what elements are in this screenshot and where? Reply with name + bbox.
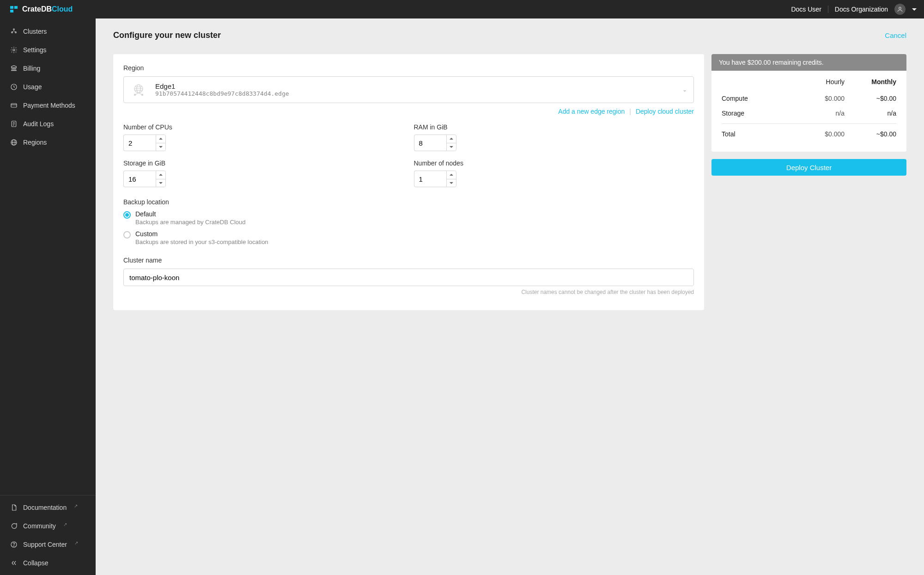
- sidebar-item-label: Documentation: [23, 504, 67, 511]
- nodes-field: Number of nodes: [414, 159, 694, 187]
- credits-banner: You have $200.00 remaining credits.: [711, 54, 906, 71]
- pricing-row-monthly: ~$0.00: [863, 95, 896, 102]
- cpu-input[interactable]: [123, 135, 156, 151]
- svg-line-25: [139, 93, 142, 95]
- cpu-step-up[interactable]: [156, 135, 165, 143]
- sidebar-main: ClustersSettingsBillingUsagePayment Meth…: [0, 18, 96, 495]
- topbar-user[interactable]: Docs User: [791, 6, 821, 13]
- link-sep: |: [629, 108, 631, 115]
- sidebar-item-label: Community: [23, 522, 56, 530]
- sidebar-item-label: Usage: [23, 83, 42, 91]
- sidebar-item-collapse[interactable]: Collapse: [0, 554, 96, 572]
- sidebar-item-audit-logs[interactable]: Audit Logs: [0, 115, 96, 133]
- chevron-up-icon: [450, 174, 453, 176]
- nodes-label: Number of nodes: [414, 159, 694, 167]
- globe-icon: [10, 139, 18, 146]
- region-id: 91b70574412448c8bd9e97c8d83374d4.edge: [155, 90, 289, 97]
- chat-icon: [10, 522, 18, 530]
- sidebar-item-support[interactable]: Support Center↗: [0, 535, 96, 554]
- pricing-card: You have $200.00 remaining credits. Hour…: [711, 54, 906, 152]
- sidebar-item-billing[interactable]: Billing: [0, 59, 96, 78]
- audit-icon: [10, 120, 18, 128]
- nodes-step-down[interactable]: [447, 179, 456, 187]
- logo-mark-icon: [10, 6, 18, 12]
- backup-label: Backup location: [123, 198, 694, 206]
- cluster-name-input[interactable]: [123, 269, 694, 286]
- svg-rect-6: [11, 104, 17, 107]
- nodes-input[interactable]: [414, 171, 446, 187]
- pricing-row-hourly: $0.000: [811, 95, 845, 102]
- svg-point-1: [13, 29, 15, 30]
- chevron-down-icon[interactable]: [912, 8, 917, 11]
- storage-input[interactable]: [123, 171, 156, 187]
- sidebar-item-usage[interactable]: Usage: [0, 78, 96, 96]
- ram-step-down[interactable]: [447, 143, 456, 151]
- config-card: Region: [113, 54, 704, 310]
- user-icon: [897, 6, 903, 12]
- pricing-row-hourly: n/a: [811, 110, 845, 117]
- usage-icon: [10, 83, 18, 91]
- brand-part1: CrateDB: [22, 5, 52, 13]
- billing-icon: [10, 65, 18, 72]
- pricing-row-label: Compute: [722, 95, 811, 102]
- chevron-up-icon: [159, 138, 163, 140]
- nodes-step-up[interactable]: [447, 171, 456, 179]
- pricing-header-hourly: Hourly: [811, 78, 845, 86]
- topbar-org[interactable]: Docs Organization: [835, 6, 888, 13]
- brand-part2: Cloud: [52, 5, 73, 13]
- backup-option-desc: Backups are managed by CrateDB Cloud: [135, 219, 245, 226]
- backup-option-title: Custom: [135, 230, 268, 238]
- radio-icon: [123, 211, 131, 219]
- ram-step-up[interactable]: [447, 135, 456, 143]
- chevron-up-icon: [450, 138, 453, 140]
- deploy-cloud-cluster-link[interactable]: Deploy cloud cluster: [636, 108, 694, 115]
- avatar[interactable]: [894, 4, 906, 15]
- sidebar-item-regions[interactable]: Regions: [0, 133, 96, 152]
- sidebar-item-clusters[interactable]: Clusters: [0, 22, 96, 41]
- deploy-cluster-button[interactable]: Deploy Cluster: [711, 159, 906, 176]
- cluster-name-hint: Cluster names cannot be changed after th…: [123, 289, 694, 295]
- backup-option-custom[interactable]: CustomBackups are stored in your s3-comp…: [123, 230, 694, 245]
- pricing-row-label: Storage: [722, 110, 811, 117]
- sidebar-item-settings[interactable]: Settings: [0, 41, 96, 59]
- doc-icon: [10, 504, 18, 511]
- sidebar-secondary: Documentation↗Community↗Support Center↗C…: [0, 495, 96, 575]
- brand-logo[interactable]: CrateDBCloud: [10, 5, 73, 13]
- svg-point-0: [899, 7, 901, 9]
- add-edge-region-link[interactable]: Add a new edge region: [558, 108, 625, 115]
- chevron-down-icon: [450, 182, 453, 184]
- sidebar-item-community[interactable]: Community↗: [0, 517, 96, 535]
- sidebar: ClustersSettingsBillingUsagePayment Meth…: [0, 18, 96, 575]
- pricing-total-hourly: $0.000: [811, 130, 845, 138]
- external-link-icon: ↗: [74, 540, 78, 545]
- ram-input[interactable]: [414, 135, 446, 151]
- ram-label: RAM in GiB: [414, 123, 694, 131]
- main-content: Configure your new cluster Cancel Region: [96, 18, 924, 575]
- chevron-down-icon: ⌄: [682, 86, 687, 93]
- svg-line-24: [135, 93, 139, 95]
- cancel-link[interactable]: Cancel: [885, 31, 906, 39]
- region-name: Edge1: [155, 82, 289, 90]
- storage-step-up[interactable]: [156, 171, 165, 179]
- sidebar-item-label: Settings: [23, 46, 47, 54]
- sidebar-item-label: Regions: [23, 139, 47, 146]
- svg-point-4: [13, 49, 15, 51]
- storage-step-down[interactable]: [156, 179, 165, 187]
- region-selector[interactable]: Edge1 91b70574412448c8bd9e97c8d83374d4.e…: [123, 76, 694, 103]
- external-link-icon: ↗: [63, 522, 67, 527]
- sidebar-item-label: Payment Methods: [23, 102, 75, 109]
- pricing-row: Storagen/an/a: [722, 106, 896, 121]
- cpu-field: Number of CPUs: [123, 123, 404, 151]
- external-link-icon: ↗: [74, 503, 78, 508]
- clusters-icon: [10, 28, 18, 35]
- storage-stepper: [156, 171, 166, 187]
- sidebar-item-payment-methods[interactable]: Payment Methods: [0, 96, 96, 115]
- pricing-total-row: Total $0.000 ~$0.00: [722, 127, 896, 141]
- cpu-label: Number of CPUs: [123, 123, 404, 131]
- ram-field: RAM in GiB: [414, 123, 694, 151]
- sidebar-item-documentation[interactable]: Documentation↗: [0, 498, 96, 517]
- backup-option-desc: Backups are stored in your s3-compatible…: [135, 239, 268, 245]
- backup-option-default[interactable]: DefaultBackups are managed by CrateDB Cl…: [123, 210, 694, 226]
- topbar-sep: [828, 6, 828, 13]
- cpu-step-down[interactable]: [156, 143, 165, 151]
